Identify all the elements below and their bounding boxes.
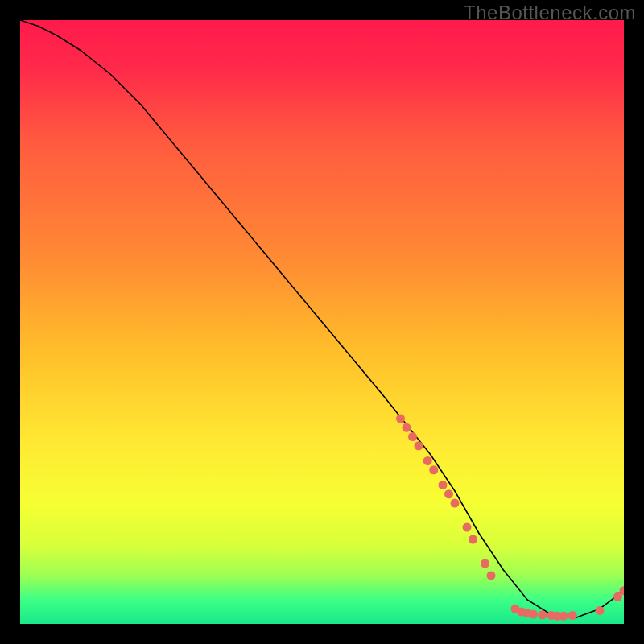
data-point <box>596 606 605 615</box>
data-point <box>415 441 423 450</box>
plot-area <box>20 20 624 624</box>
data-point <box>451 499 460 508</box>
data-point <box>463 523 472 532</box>
data-point <box>568 611 577 620</box>
data-point <box>444 489 453 498</box>
data-point <box>429 465 438 474</box>
data-point <box>529 610 538 619</box>
data-point <box>423 456 432 465</box>
chart-frame: TheBottleneck.com <box>0 0 644 644</box>
data-point <box>481 559 489 568</box>
data-point <box>538 610 547 619</box>
data-point <box>402 423 411 432</box>
data-point <box>469 535 477 544</box>
data-point <box>487 572 496 580</box>
data-point <box>408 432 417 441</box>
gradient-plot <box>20 20 624 624</box>
data-point <box>559 612 568 621</box>
data-point <box>439 481 448 489</box>
data-point <box>396 415 405 423</box>
